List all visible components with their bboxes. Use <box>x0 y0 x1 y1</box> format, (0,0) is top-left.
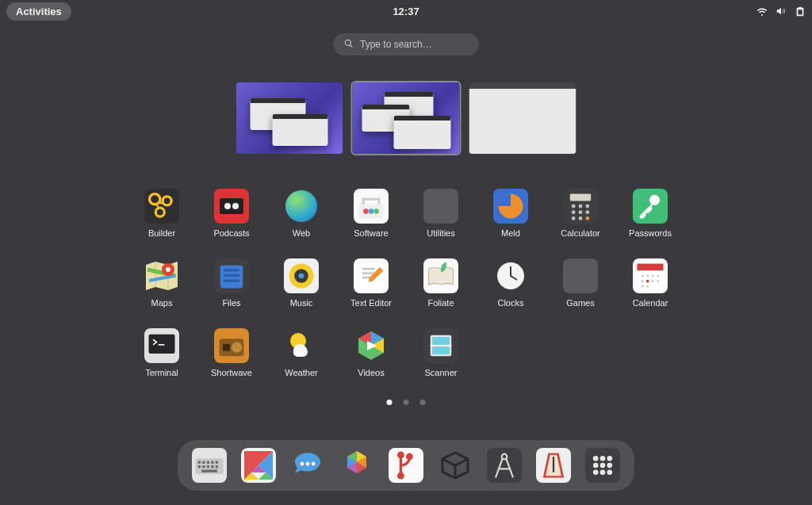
app-clocks[interactable]: Clocks <box>476 254 546 323</box>
workspace-1[interactable] <box>236 82 343 154</box>
dash-photos[interactable] <box>339 448 374 483</box>
svg-rect-21 <box>224 269 239 271</box>
svg-rect-31 <box>638 270 664 289</box>
page-dot-1[interactable] <box>387 400 393 405</box>
svg-point-65 <box>312 462 316 466</box>
app-maps[interactable]: Maps <box>127 254 197 323</box>
app-scanner[interactable]: Scanner <box>406 323 476 393</box>
maps-icon <box>144 258 179 293</box>
app-foliate[interactable]: Foliate <box>406 254 476 323</box>
workspace-switcher <box>236 82 576 154</box>
svg-point-6 <box>373 209 379 214</box>
search-field[interactable] <box>333 33 479 55</box>
svg-point-35 <box>657 275 659 277</box>
svg-point-13 <box>585 210 589 214</box>
workspace-3[interactable] <box>469 82 576 154</box>
svg-point-15 <box>579 216 583 220</box>
app-label: Builder <box>148 228 175 238</box>
app-calculator[interactable]: Calculator <box>546 184 615 254</box>
dash-show-apps[interactable] <box>585 448 620 483</box>
dash-boxes[interactable] <box>438 448 473 483</box>
page-dot-2[interactable] <box>404 400 409 405</box>
app-texteditor[interactable]: Text Editor <box>336 254 406 323</box>
svg-point-2 <box>155 208 164 216</box>
app-meld[interactable]: Meld <box>476 184 546 254</box>
page-dots <box>387 400 426 405</box>
clock[interactable]: 12:37 <box>393 6 419 17</box>
app-label: Clocks <box>497 298 523 308</box>
music-icon <box>284 258 319 293</box>
search-input[interactable] <box>360 39 468 50</box>
dash-metronome[interactable] <box>536 448 571 483</box>
svg-point-63 <box>301 462 304 466</box>
svg-rect-53 <box>207 461 209 464</box>
workspace-2[interactable] <box>353 82 460 154</box>
svg-rect-51 <box>198 461 201 464</box>
app-shortwave[interactable]: Shortwave <box>197 323 266 393</box>
app-podcasts[interactable]: Podcasts <box>197 184 266 254</box>
texteditor-icon <box>354 258 389 293</box>
app-label: Files <box>222 298 240 308</box>
games-folder-icon <box>563 258 598 293</box>
svg-point-36 <box>642 280 644 282</box>
app-utilities-folder[interactable]: Utilities <box>406 184 476 254</box>
svg-point-67 <box>397 472 404 480</box>
svg-point-14 <box>572 216 576 220</box>
svg-point-1 <box>163 197 171 205</box>
app-grid: Builder Podcasts Web Software Utilities … <box>127 184 685 393</box>
app-label: Web <box>293 228 310 238</box>
app-music[interactable]: Music <box>266 254 336 323</box>
svg-rect-30 <box>638 264 664 271</box>
svg-point-8 <box>572 205 576 209</box>
svg-rect-55 <box>216 461 218 464</box>
app-passwords[interactable]: Passwords <box>615 184 685 254</box>
dash-chat[interactable] <box>290 448 325 483</box>
svg-rect-61 <box>201 470 217 472</box>
system-tray[interactable] <box>756 6 806 17</box>
dash <box>178 440 634 491</box>
utilities-folder-icon <box>423 189 458 224</box>
svg-point-9 <box>579 205 583 209</box>
svg-point-19 <box>166 267 170 272</box>
svg-rect-22 <box>224 274 239 277</box>
battery-icon <box>795 6 806 17</box>
svg-rect-7 <box>570 194 591 201</box>
dash-keyboard[interactable] <box>192 448 227 483</box>
files-icon <box>214 258 249 293</box>
app-label: Calendar <box>633 298 668 308</box>
dash-compass[interactable] <box>487 448 522 483</box>
dash-tangram[interactable] <box>241 448 276 483</box>
app-software[interactable]: Software <box>336 184 406 254</box>
app-calendar[interactable]: Calendar <box>615 254 685 323</box>
app-videos[interactable]: Videos <box>336 323 406 393</box>
svg-point-66 <box>397 451 404 458</box>
app-weather[interactable]: Weather <box>266 323 336 393</box>
svg-point-26 <box>299 274 304 279</box>
videos-icon <box>354 328 389 363</box>
svg-point-73 <box>593 463 599 469</box>
app-label: Meld <box>501 228 520 238</box>
app-label: Calculator <box>561 228 600 238</box>
svg-point-11 <box>572 210 576 214</box>
terminal-icon <box>144 328 179 363</box>
app-builder[interactable]: Builder <box>127 184 197 254</box>
dash-gitg[interactable] <box>389 448 423 483</box>
svg-rect-52 <box>202 461 205 464</box>
svg-point-78 <box>607 470 613 476</box>
app-web[interactable]: Web <box>266 184 336 254</box>
app-terminal[interactable]: Terminal <box>127 323 197 393</box>
app-label: Music <box>290 298 313 308</box>
app-files[interactable]: Files <box>197 254 266 323</box>
app-label: Foliate <box>427 298 454 308</box>
page-dot-3[interactable] <box>420 400 426 405</box>
app-games-folder[interactable]: Games <box>546 254 615 323</box>
svg-point-16 <box>585 216 589 220</box>
svg-point-70 <box>593 456 599 461</box>
activities-button[interactable]: Activities <box>6 2 71 21</box>
search-icon <box>344 39 354 51</box>
svg-point-75 <box>607 463 613 469</box>
app-label: Weather <box>285 368 317 377</box>
svg-point-32 <box>642 275 644 277</box>
passwords-icon <box>633 189 668 224</box>
app-label: Software <box>354 228 388 238</box>
